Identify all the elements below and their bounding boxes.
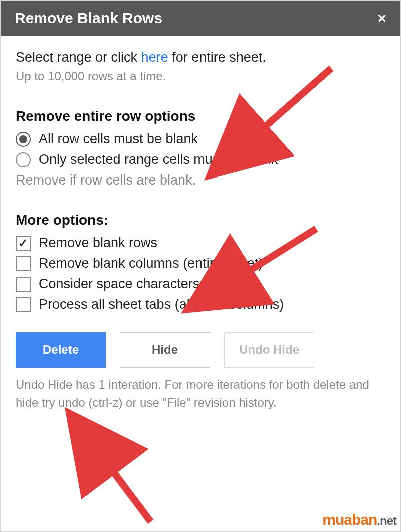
more-options-heading: More options: bbox=[16, 212, 385, 228]
checkbox-label: Process all sheet tabs (all rows/columns… bbox=[39, 297, 284, 312]
checkbox-remove-blank-columns[interactable]: Remove blank columns (entire sheet) bbox=[16, 256, 385, 271]
hide-button[interactable]: Hide bbox=[120, 332, 210, 368]
radio-label: Only selected range cells must be blank bbox=[39, 152, 278, 167]
checkbox-process-all-tabs[interactable]: Process all sheet tabs (all rows/columns… bbox=[16, 297, 385, 312]
action-buttons: Delete Hide Undo Hide bbox=[16, 332, 385, 368]
range-prompt-before: Select range or click bbox=[16, 50, 141, 65]
watermark-suffix: .net bbox=[377, 514, 396, 527]
dialog-header: Remove Blank Rows × bbox=[1, 1, 400, 36]
radio-option-all-blank[interactable]: All row cells must be blank bbox=[16, 131, 385, 147]
range-prompt: Select range or click here for entire sh… bbox=[16, 50, 385, 65]
range-prompt-after: for entire sheet. bbox=[168, 50, 266, 65]
row-options-description: Remove if row cells are blank. bbox=[16, 172, 385, 188]
remove-row-heading: Remove entire row options bbox=[16, 108, 385, 124]
checkbox-label: Consider space characters as blanks bbox=[39, 276, 261, 292]
radio-icon[interactable] bbox=[16, 132, 31, 147]
more-options-section: More options: Remove blank rows Remove b… bbox=[16, 212, 385, 312]
checkbox-icon[interactable] bbox=[16, 236, 31, 251]
arrow-icon bbox=[98, 452, 151, 522]
checkbox-icon[interactable] bbox=[16, 277, 31, 292]
checkbox-label: Remove blank columns (entire sheet) bbox=[39, 256, 263, 271]
row-limit-hint: Up to 10,000 rows at a time. bbox=[16, 69, 385, 83]
checkbox-icon[interactable] bbox=[16, 297, 31, 312]
dialog-body: Select range or click here for entire sh… bbox=[1, 36, 400, 418]
radio-label: All row cells must be blank bbox=[39, 131, 198, 147]
undo-hint: Undo Hide has 1 interation. For more ite… bbox=[16, 376, 385, 412]
checkbox-space-as-blanks[interactable]: Consider space characters as blanks bbox=[16, 276, 385, 292]
remove-row-options-section: Remove entire row options All row cells … bbox=[16, 108, 385, 188]
checkbox-remove-blank-rows[interactable]: Remove blank rows bbox=[16, 235, 385, 251]
watermark: muaban.net bbox=[322, 511, 396, 528]
checkbox-label: Remove blank rows bbox=[39, 235, 157, 251]
dialog-title: Remove Blank Rows bbox=[15, 10, 162, 27]
range-here-link[interactable]: here bbox=[141, 50, 168, 65]
undo-hide-button[interactable]: Undo Hide bbox=[224, 332, 314, 368]
close-icon[interactable]: × bbox=[377, 11, 386, 26]
watermark-brand: muaban bbox=[322, 511, 377, 528]
radio-icon[interactable] bbox=[16, 152, 31, 167]
delete-button[interactable]: Delete bbox=[16, 332, 106, 368]
checkbox-icon[interactable] bbox=[16, 256, 31, 271]
radio-option-selected-range[interactable]: Only selected range cells must be blank bbox=[16, 152, 385, 167]
